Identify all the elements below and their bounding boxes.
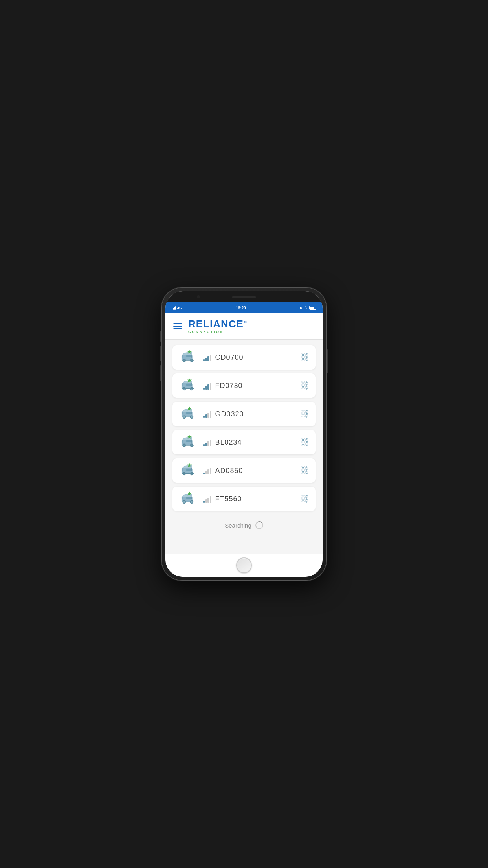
bluetooth-icon-3: ★: [187, 434, 191, 440]
device-info-1: ★ FD0730: [179, 379, 243, 392]
device-name-0: CD0700: [215, 353, 244, 362]
network-type-label: 4G: [177, 306, 182, 310]
device-info-3: ★ BL0234: [179, 436, 242, 449]
device-name-4: AD0850: [215, 467, 243, 475]
bluetooth-icon-5: ★: [187, 491, 191, 497]
volume-up-button[interactable]: [160, 346, 161, 361]
device-name-5: FT5560: [215, 495, 242, 503]
device-icon-group-1: ★: [179, 379, 199, 392]
searching-label: Searching: [225, 522, 251, 529]
status-time: 16:20: [236, 306, 246, 310]
signal-bar-2: [173, 308, 174, 310]
connect-icon-0[interactable]: ⛓: [301, 352, 309, 362]
svg-rect-19: [186, 412, 191, 414]
svg-rect-46: [186, 497, 191, 499]
status-bar: 4G 16:20 ▶ ⏱: [165, 302, 323, 313]
location-icon: ▶: [300, 306, 303, 310]
status-left: 4G: [172, 306, 182, 310]
svg-rect-28: [186, 440, 191, 442]
svg-rect-1: [186, 355, 191, 357]
mute-button[interactable]: [160, 331, 161, 342]
device-icon-group-2: ★: [179, 407, 199, 421]
svg-rect-37: [186, 469, 191, 471]
signal-bar-4: [175, 306, 176, 310]
logo-text-main: RELIANCE: [188, 319, 244, 329]
earpiece: [232, 296, 256, 298]
phone-frame: 4G 16:20 ▶ ⏱ RELIANCE: [161, 287, 327, 581]
device-icon-group-3: ★: [179, 436, 199, 449]
device-icon-group-0: ★: [179, 351, 199, 364]
app-logo: RELIANCE ™ CONNECTION: [188, 319, 248, 334]
signal-strength-icon-4: [203, 467, 211, 474]
device-name-3: BL0234: [215, 438, 242, 447]
connect-icon-3[interactable]: ⛓: [301, 437, 309, 447]
device-card-0[interactable]: ★ CD0700 ⛓: [172, 345, 316, 370]
searching-area: Searching: [172, 515, 316, 535]
searching-spinner: [255, 521, 263, 529]
alarm-icon: ⏱: [304, 306, 308, 310]
app-header: RELIANCE ™ CONNECTION: [165, 313, 323, 340]
device-card-5[interactable]: ★ FT5560 ⛓: [172, 487, 316, 511]
signal-strength-icon-5: [203, 495, 211, 503]
connect-icon-1[interactable]: ⛓: [301, 381, 309, 391]
battery-icon: [309, 306, 316, 310]
device-info-2: ★ GD0320: [179, 407, 244, 421]
bluetooth-icon-2: ★: [187, 406, 191, 412]
hamburger-line-1: [173, 323, 182, 324]
device-card-1[interactable]: ★ FD0730 ⛓: [172, 373, 316, 398]
device-icon-group-4: ★: [179, 464, 199, 477]
svg-rect-10: [186, 384, 191, 386]
signal-icon: [172, 306, 176, 310]
volume-down-button[interactable]: [160, 365, 161, 381]
signal-strength-icon-3: [203, 438, 211, 446]
phone-bottom-bar: [165, 554, 323, 577]
device-icon-group-5: ★: [179, 492, 199, 506]
signal-bar-1: [172, 309, 172, 310]
device-list: ★ CD0700 ⛓: [165, 340, 323, 554]
device-name-2: GD0320: [215, 410, 244, 418]
bluetooth-icon-4: ★: [187, 462, 191, 468]
bluetooth-icon-1: ★: [187, 377, 191, 383]
status-right: ▶ ⏱: [300, 306, 316, 310]
connect-icon-5[interactable]: ⛓: [301, 494, 309, 504]
front-camera: [197, 295, 200, 298]
hamburger-line-3: [173, 328, 182, 329]
top-bezel: [165, 291, 323, 302]
device-info-5: ★ FT5560: [179, 492, 242, 506]
device-info-0: ★ CD0700: [179, 351, 244, 364]
phone-screen: 4G 16:20 ▶ ⏱ RELIANCE: [165, 291, 323, 577]
device-info-4: ★ AD0850: [179, 464, 243, 477]
logo-tm: ™: [244, 320, 248, 325]
signal-strength-icon-2: [203, 410, 211, 418]
hamburger-line-2: [173, 326, 182, 327]
device-name-1: FD0730: [215, 382, 243, 390]
device-card-2[interactable]: ★ GD0320 ⛓: [172, 402, 316, 426]
signal-bar-3: [174, 307, 175, 310]
home-button[interactable]: [236, 557, 252, 573]
device-card-3[interactable]: ★ BL0234 ⛓: [172, 430, 316, 454]
signal-strength-icon-1: [203, 382, 211, 390]
connect-icon-2[interactable]: ⛓: [301, 409, 309, 419]
connect-icon-4[interactable]: ⛓: [301, 465, 309, 476]
signal-strength-icon-0: [203, 353, 211, 361]
device-card-4[interactable]: ★ AD0850 ⛓: [172, 458, 316, 483]
logo-sub-text: CONNECTION: [188, 330, 224, 334]
hamburger-menu-button[interactable]: [173, 323, 182, 329]
bluetooth-icon-0: ★: [187, 349, 191, 355]
power-button[interactable]: [327, 349, 328, 373]
battery-fill: [310, 307, 314, 309]
